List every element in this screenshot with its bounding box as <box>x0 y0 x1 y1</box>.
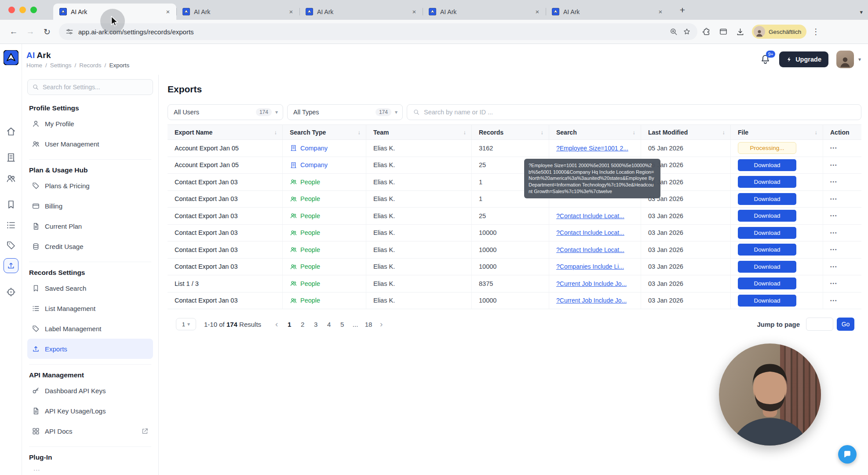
sidebar-item-user-management[interactable]: User Management <box>27 134 153 154</box>
page-button-18[interactable]: 18 <box>363 318 374 330</box>
row-actions-button[interactable]: ••• <box>830 281 838 286</box>
download-button[interactable]: Download <box>738 227 796 239</box>
companies-icon[interactable] <box>6 152 16 163</box>
browser-tab[interactable]: AI Ark × <box>176 4 299 20</box>
download-button[interactable]: Download <box>738 278 796 289</box>
row-actions-button[interactable]: ••• <box>830 179 838 184</box>
row-actions-button[interactable]: ••• <box>830 230 838 235</box>
bookmark-star-icon[interactable] <box>682 27 691 36</box>
site-info-icon[interactable] <box>65 27 74 36</box>
table-search[interactable] <box>407 104 861 120</box>
sidebar-item-my-profile[interactable]: My Profile <box>27 113 153 134</box>
sidebar-item-label-management[interactable]: Label Management <box>27 318 153 339</box>
page-button-1[interactable]: 1 <box>284 318 295 330</box>
sort-icon[interactable]: ↓ <box>815 129 818 135</box>
row-actions-button[interactable]: ••• <box>830 247 838 252</box>
page-size-select[interactable]: 1 ▾ <box>176 318 196 330</box>
tab-close-icon[interactable]: × <box>533 8 541 16</box>
table-search-input[interactable] <box>424 109 855 116</box>
search-query-link[interactable]: ?Current Job Include Jo... <box>556 280 627 287</box>
webcam-overlay[interactable] <box>719 343 821 446</box>
sort-icon[interactable]: ↓ <box>722 129 726 135</box>
search-query-link[interactable]: ?Contact Include Locat... <box>556 246 624 253</box>
col-file[interactable]: File↓ <box>731 125 823 139</box>
col-export-name[interactable]: Export Name↓ <box>168 125 283 139</box>
tab-close-icon[interactable]: × <box>164 8 172 16</box>
home-icon[interactable] <box>6 126 16 137</box>
page-button-2[interactable]: 2 <box>297 318 308 330</box>
sidebar-item-billing[interactable]: Billing <box>27 196 153 216</box>
zoom-icon[interactable] <box>669 27 678 36</box>
avatar-chevron-down-icon[interactable]: ▾ <box>858 56 861 62</box>
sidebar-item-list-management[interactable]: List Management <box>27 298 153 318</box>
sort-icon[interactable]: ↓ <box>541 129 544 135</box>
breadcrumb-exports[interactable]: Exports <box>109 62 129 69</box>
sidebar-search[interactable] <box>27 79 153 95</box>
browser-profile-chip[interactable]: Geschäftlich <box>752 25 806 39</box>
row-actions-button[interactable]: ••• <box>830 298 838 303</box>
extensions-icon[interactable] <box>699 24 714 39</box>
sidebar-item-plans-pricing[interactable]: Plans & Pricing <box>27 175 153 196</box>
download-button[interactable]: Download <box>738 193 796 205</box>
user-avatar[interactable] <box>836 51 854 68</box>
search-query-link[interactable]: ?Companies Include Li... <box>556 263 624 270</box>
download-button[interactable]: Download <box>738 176 796 188</box>
chat-widget-button[interactable] <box>838 445 857 464</box>
sidebar-item-current-plan[interactable]: Current Plan <box>27 216 153 236</box>
download-button[interactable]: Download <box>738 210 796 222</box>
new-tab-button[interactable]: + <box>676 4 689 17</box>
tab-search-chevron-icon[interactable]: ▾ <box>860 9 863 15</box>
download-button[interactable]: Download <box>738 261 796 273</box>
row-actions-button[interactable]: ••• <box>830 146 838 150</box>
downloads-icon[interactable] <box>733 24 748 39</box>
address-bar[interactable]: app.ai-ark.com/settings/records/exports <box>59 23 697 40</box>
reload-button[interactable]: ↻ <box>40 24 55 39</box>
download-button[interactable]: Download <box>738 244 796 256</box>
target-icon[interactable] <box>6 287 16 297</box>
col-search-type[interactable]: Search Type↓ <box>283 125 366 139</box>
col-action[interactable]: Action <box>823 125 861 139</box>
fullscreen-window-button[interactable] <box>30 7 37 13</box>
prev-page-chevron-icon[interactable]: ‹ <box>272 319 281 329</box>
page-button-5[interactable]: 5 <box>337 318 347 330</box>
sidebar-item-saved-search[interactable]: Saved Search <box>27 278 153 298</box>
col-last-modified[interactable]: Last Modified↓ <box>641 125 731 139</box>
sort-icon[interactable]: ↓ <box>463 129 467 135</box>
close-window-button[interactable] <box>8 7 15 13</box>
row-actions-button[interactable]: ••• <box>830 264 838 269</box>
app-logo[interactable] <box>4 50 18 65</box>
row-actions-button[interactable]: ••• <box>830 163 838 168</box>
types-filter-select[interactable]: All Types 174 ▾ <box>287 104 403 120</box>
browser-tab[interactable]: AI Ark × <box>423 4 546 20</box>
tab-close-icon[interactable]: × <box>656 8 664 16</box>
users-filter-select[interactable]: All Users 174 ▾ <box>168 104 283 120</box>
search-query-link[interactable]: ?Employee Size=1001 2... <box>556 145 628 152</box>
sidebar-item-dashboard-api-keys[interactable]: Dashboard API Keys <box>27 380 153 401</box>
download-button[interactable]: Download <box>738 295 796 307</box>
forward-button[interactable]: → <box>23 24 38 39</box>
tab-close-icon[interactable]: × <box>410 8 418 16</box>
lists-icon[interactable] <box>6 220 16 230</box>
breadcrumb-home[interactable]: Home <box>26 62 42 69</box>
page-button-4[interactable]: 4 <box>324 318 334 330</box>
sidebar-search-input[interactable] <box>43 84 148 91</box>
jump-to-page-input[interactable] <box>806 318 833 331</box>
col-search[interactable]: Search↓ <box>549 125 641 139</box>
search-query-link[interactable]: ?Contact Include Locat... <box>556 212 624 219</box>
sidebar-item-credit-usage[interactable]: Credit Usage <box>27 236 153 256</box>
col-records[interactable]: Records↓ <box>472 125 549 139</box>
upgrade-button[interactable]: Upgrade <box>779 51 828 67</box>
breadcrumb-settings[interactable]: Settings <box>50 62 72 69</box>
sidebar-item-api-key-usage-logs[interactable]: API Key Usage/Logs <box>27 401 153 421</box>
download-button[interactable]: Download <box>738 159 796 171</box>
back-button[interactable]: ← <box>6 24 21 39</box>
browser-tab[interactable]: AI Ark × <box>299 4 423 20</box>
sort-icon[interactable]: ↓ <box>633 129 636 135</box>
browser-menu-icon[interactable]: ⋮ <box>810 24 821 39</box>
exports-rail-icon[interactable] <box>4 258 18 273</box>
col-team[interactable]: Team↓ <box>366 125 472 139</box>
sort-icon[interactable]: ↓ <box>358 129 361 135</box>
browser-window-icon[interactable] <box>716 24 731 39</box>
minimize-window-button[interactable] <box>19 7 26 13</box>
row-actions-button[interactable]: ••• <box>830 213 838 218</box>
